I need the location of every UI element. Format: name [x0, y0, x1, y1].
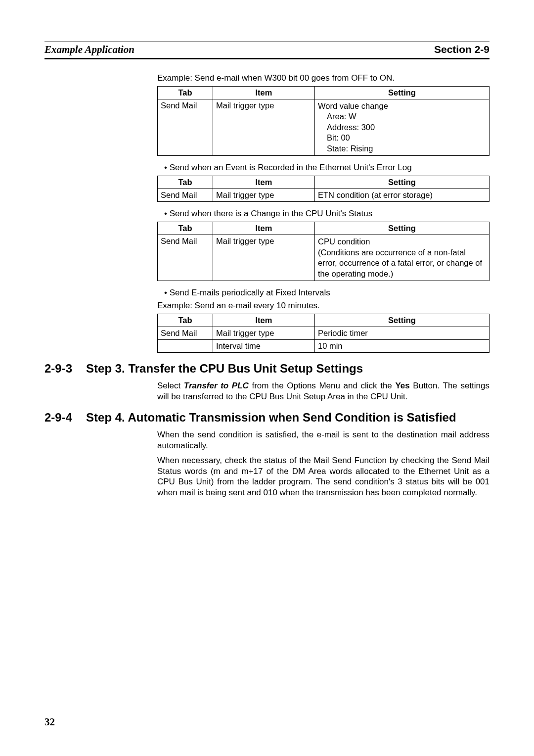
th-setting: Setting: [315, 87, 490, 99]
table-header-row: Tab Item Setting: [158, 176, 490, 189]
cell-setting: Word value change Area: W Address: 300 B…: [315, 99, 490, 156]
table-word-value-change: Tab Item Setting Send Mail Mail trigger …: [157, 86, 490, 156]
heading-title: Step 3. Transfer the CPU Bus Unit Setup …: [86, 362, 363, 376]
cell-item: Mail trigger type: [213, 235, 315, 281]
setting-bit: Bit: 00: [318, 133, 486, 143]
section-294-para1: When the send condition is satisfied, th…: [157, 429, 490, 451]
cell-item: Mail trigger type: [213, 327, 315, 339]
section-294-para2: When necessary, check the status of the …: [157, 455, 490, 498]
bullet-cpu-status: Send when there is a Change in the CPU U…: [164, 209, 490, 219]
page-number: 32: [44, 716, 55, 728]
cell-tab: Send Mail: [158, 99, 213, 156]
th-setting: Setting: [315, 222, 490, 235]
table-header-row: Tab Item Setting: [158, 314, 490, 327]
example-text-1: Example: Send e-mail when W300 bit 00 go…: [157, 73, 490, 83]
th-tab: Tab: [158, 314, 213, 327]
cell-setting: Periodic timer: [315, 327, 490, 339]
cell-setting: ETN condition (at error storage): [315, 189, 490, 202]
th-setting: Setting: [315, 314, 490, 327]
section-293-para: Select Transfer to PLC from the Options …: [157, 380, 490, 402]
section-294-body: When the send condition is satisfied, th…: [157, 429, 490, 498]
bullet-errorlog: Send when an Event is Recorded in the Et…: [164, 163, 490, 173]
table-cpu-condition: Tab Item Setting Send Mail Mail trigger …: [157, 222, 490, 281]
header-section-title: Example Application: [44, 44, 134, 56]
example-text-4: Example: Send an e-mail every 10 minutes…: [157, 301, 490, 311]
cell-item: Mail trigger type: [213, 99, 315, 156]
cell-setting: 10 min: [315, 339, 490, 352]
table-etn-condition: Tab Item Setting Send Mail Mail trigger …: [157, 176, 490, 202]
table-header-row: Tab Item Setting: [158, 87, 490, 99]
header-rule-top: [44, 42, 490, 42]
th-setting: Setting: [315, 176, 490, 189]
cell-item: Interval time: [213, 339, 315, 352]
th-tab: Tab: [158, 222, 213, 235]
cell-tab: Send Mail: [158, 327, 213, 339]
th-item: Item: [213, 222, 315, 235]
cell-tab: Send Mail: [158, 189, 213, 202]
bold-transfer-to-plc: Transfer to PLC: [184, 381, 249, 390]
heading-2-9-4: 2-9-4 Step 4. Automatic Transmission whe…: [44, 411, 490, 425]
section-293-body: Select Transfer to PLC from the Options …: [157, 380, 490, 402]
table-row: Send Mail Mail trigger type Word value c…: [158, 99, 490, 156]
bullet-periodic: Send E-mails periodically at Fixed Inter…: [164, 288, 490, 298]
cell-tab: [158, 339, 213, 352]
table-row: Send Mail Mail trigger type ETN conditio…: [158, 189, 490, 202]
content-block: Example: Send e-mail when W300 bit 00 go…: [157, 73, 490, 353]
text: Select: [157, 381, 184, 390]
setting-address: Address: 300: [318, 122, 486, 133]
heading-num: 2-9-3: [44, 362, 72, 376]
th-item: Item: [213, 87, 315, 99]
th-item: Item: [213, 314, 315, 327]
page-header: Example Application Section 2-9: [44, 44, 490, 59]
heading-title: Step 4. Automatic Transmission when Send…: [86, 411, 456, 425]
setting-state: State: Rising: [318, 143, 486, 154]
text: from the Options Menu and click the: [249, 381, 396, 390]
cell-item: Mail trigger type: [213, 189, 315, 202]
th-tab: Tab: [158, 87, 213, 99]
cell-setting: CPU condition (Conditions are occurrence…: [315, 235, 490, 281]
table-header-row: Tab Item Setting: [158, 222, 490, 235]
header-section-number: Section 2-9: [434, 44, 490, 55]
table-row: Interval time 10 min: [158, 339, 490, 352]
th-item: Item: [213, 176, 315, 189]
setting-area: Area: W: [318, 111, 486, 122]
bold-yes: Yes: [395, 381, 409, 390]
heading-2-9-3: 2-9-3 Step 3. Transfer the CPU Bus Unit …: [44, 362, 490, 376]
cell-tab: Send Mail: [158, 235, 213, 281]
setting-line: Word value change: [318, 101, 486, 111]
th-tab: Tab: [158, 176, 213, 189]
table-row: Send Mail Mail trigger type Periodic tim…: [158, 327, 490, 339]
table-periodic-timer: Tab Item Setting Send Mail Mail trigger …: [157, 314, 490, 353]
table-row: Send Mail Mail trigger type CPU conditio…: [158, 235, 490, 281]
heading-num: 2-9-4: [44, 411, 72, 425]
